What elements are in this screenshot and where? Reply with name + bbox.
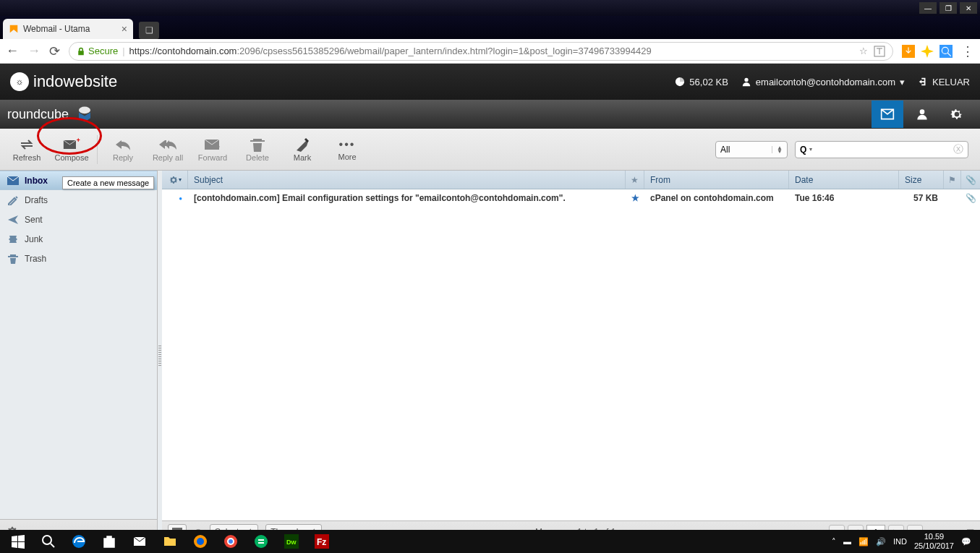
reply-all-button: Reply all — [145, 132, 190, 168]
mark-icon — [294, 137, 311, 152]
tab-title: Webmail - Utama — [23, 24, 90, 34]
bookmark-star-icon[interactable]: ☆ — [859, 46, 868, 56]
taskbar-filezilla[interactable]: Fz — [307, 530, 337, 553]
new-tab-button[interactable]: ❏ — [139, 22, 159, 39]
tray-volume-icon[interactable]: 🔊 — [876, 537, 886, 546]
search-input[interactable]: Q▾ ⓧ — [795, 141, 968, 158]
logout-button[interactable]: KELUAR — [918, 77, 970, 87]
tray-language[interactable]: IND — [893, 537, 907, 546]
main-area: Inbox Create a new message Drafts Sent J… — [0, 171, 980, 542]
svg-text:Dw: Dw — [286, 539, 297, 546]
translate-icon[interactable] — [874, 46, 885, 57]
search-button[interactable] — [33, 530, 64, 553]
inbox-icon — [7, 176, 19, 186]
window-restore-button[interactable]: ❐ — [939, 2, 957, 14]
ext-download-icon[interactable] — [902, 45, 915, 58]
tray-clock[interactable]: 10.59 25/10/2017 — [914, 532, 954, 551]
search-clear-icon[interactable]: ⓧ — [953, 143, 963, 156]
folder-drafts[interactable]: Drafts — [0, 190, 157, 210]
url-bar[interactable]: Secure | https://contohdomain.com:2096/c… — [69, 42, 893, 61]
more-button[interactable]: ••• More — [325, 132, 370, 168]
tab-favicon-icon — [9, 24, 19, 34]
message-row[interactable]: ● [contohdomain.com] Email configuration… — [162, 189, 980, 207]
taskbar-dreamweaver[interactable]: Dw — [276, 530, 307, 553]
star-filled-icon: ★ — [631, 193, 639, 203]
firefox-icon — [193, 534, 208, 549]
forward-button[interactable]: → — [27, 43, 41, 59]
taskbar-store[interactable] — [94, 530, 124, 553]
delete-button: Delete — [235, 132, 280, 168]
start-button[interactable] — [3, 530, 33, 553]
browser-tab-active[interactable]: Webmail - Utama × — [3, 19, 133, 39]
taskbar-app-green[interactable] — [246, 530, 276, 553]
filter-select[interactable]: All ▲▼ — [715, 141, 788, 158]
browser-menu-icon[interactable]: ⋮ — [961, 43, 974, 59]
mail-toolbar: Refresh + Compose Reply Reply all Forwar… — [0, 129, 980, 171]
ext-search-icon[interactable] — [939, 45, 953, 58]
reply-button: Reply — [101, 132, 145, 168]
ext-sparkle-icon[interactable] — [921, 45, 934, 58]
svg-point-9 — [43, 536, 51, 544]
taskbar-mail[interactable] — [124, 530, 155, 553]
green-app-icon — [254, 534, 268, 549]
nav-contacts-button[interactable] — [906, 100, 938, 128]
forward-icon — [204, 137, 221, 152]
back-button[interactable]: ← — [6, 43, 19, 59]
windows-taskbar: Dw Fz ˄ ▬ 📶 🔊 IND 10.59 25/10/2017 💬 — [0, 530, 980, 553]
window-close-button[interactable]: ✕ — [960, 2, 977, 14]
taskbar-explorer[interactable] — [155, 530, 185, 553]
taskbar-edge[interactable] — [64, 530, 94, 553]
filezilla-icon: Fz — [315, 534, 329, 549]
folder-junk[interactable]: Junk — [0, 229, 157, 249]
mail-icon — [132, 534, 147, 549]
tray-notifications-icon[interactable]: 💬 — [961, 537, 971, 546]
svg-text:+: + — [77, 137, 80, 144]
site-header: ☼ indowebsite 56,02 KB emailcontoh@conto… — [0, 64, 980, 100]
message-list-header: ▾ Subject ★ From Date Size ⚑ 📎 — [162, 171, 980, 189]
taskbar-chrome[interactable] — [216, 530, 246, 553]
user-menu[interactable]: emailcontoh@contohdomain.com ▾ — [741, 77, 905, 87]
folder-icon — [163, 534, 177, 549]
reload-button[interactable]: ⟳ — [49, 43, 60, 59]
col-star[interactable]: ★ — [626, 171, 644, 189]
svg-point-16 — [229, 539, 233, 544]
person-icon — [915, 107, 929, 121]
folder-sent[interactable]: Sent — [0, 210, 157, 229]
tray-chevron-icon[interactable]: ˄ — [832, 537, 836, 546]
flag-header-icon: ⚑ — [948, 175, 956, 185]
row-size: 57 KB — [899, 193, 944, 203]
windows-icon — [11, 534, 25, 549]
col-from[interactable]: From — [644, 171, 789, 189]
sent-icon — [7, 215, 19, 225]
col-attach[interactable]: 📎 — [961, 171, 980, 189]
reply-icon — [114, 137, 132, 152]
brand-mark-icon: ☼ — [10, 72, 29, 91]
tray-battery-icon[interactable]: ▬ — [843, 537, 851, 546]
star-header-icon: ★ — [631, 175, 639, 185]
taskbar-firefox[interactable] — [185, 530, 216, 553]
url-text: https://contohdomain.com:2096/cpsess5615… — [129, 46, 652, 56]
window-minimize-button[interactable]: — — [919, 2, 937, 14]
refresh-icon — [18, 137, 35, 152]
col-settings[interactable]: ▾ — [162, 171, 188, 189]
col-size[interactable]: Size — [899, 171, 944, 189]
refresh-button[interactable]: Refresh — [4, 132, 49, 168]
trash-folder-icon — [7, 254, 19, 264]
nav-mail-button[interactable] — [872, 100, 903, 128]
search-icon: Q — [800, 145, 806, 155]
nav-settings-button[interactable] — [941, 100, 973, 128]
col-subject[interactable]: Subject — [188, 171, 626, 189]
brand-logo: ☼ indowebsite — [10, 72, 117, 91]
trash-icon — [249, 137, 266, 152]
col-flag[interactable]: ⚑ — [944, 171, 961, 189]
compose-button[interactable]: + Compose — [49, 132, 94, 168]
col-date[interactable]: Date — [789, 171, 899, 189]
row-unread-icon: ● — [162, 195, 188, 202]
tray-wifi-icon[interactable]: 📶 — [858, 537, 869, 546]
mark-button[interactable]: Mark — [280, 132, 325, 168]
row-star[interactable]: ★ — [626, 193, 644, 203]
folder-trash[interactable]: Trash — [0, 249, 157, 268]
row-from: cPanel on contohdomain.com — [644, 193, 789, 203]
roundcube-bar: roundcube — [0, 100, 980, 129]
tab-close-icon[interactable]: × — [122, 23, 127, 35]
